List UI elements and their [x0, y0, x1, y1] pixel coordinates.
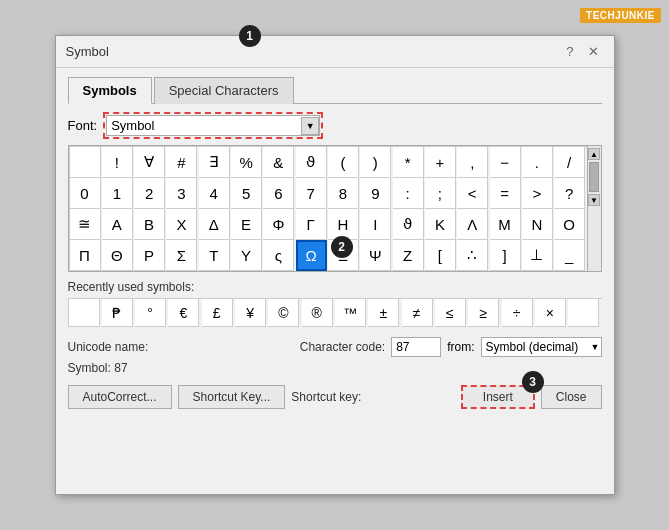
- recent-symbol-cell[interactable]: ÷: [502, 299, 533, 327]
- symbol-cell[interactable]: Μ: [490, 209, 521, 240]
- symbol-cell[interactable]: Κ: [425, 209, 456, 240]
- recent-symbol-cell[interactable]: ×: [535, 299, 566, 327]
- recent-symbol-cell[interactable]: [69, 299, 100, 327]
- symbol-cell[interactable]: Θ: [102, 240, 133, 271]
- symbol-cell[interactable]: Ψ: [360, 240, 391, 271]
- symbol-cell[interactable]: ]: [490, 240, 521, 271]
- symbol-cell[interactable]: Ζ: [393, 240, 424, 271]
- help-button[interactable]: ?: [561, 42, 578, 61]
- shortcut-key-button[interactable]: Shortcut Key...: [178, 385, 286, 409]
- scrollbar-down-button[interactable]: ▼: [588, 194, 600, 206]
- watermark-logo: TECHJUNKIE: [580, 8, 661, 23]
- recent-symbol-cell[interactable]: ±: [368, 299, 399, 327]
- from-label: from:: [447, 340, 474, 354]
- symbol-cell[interactable]: .: [522, 147, 553, 178]
- recent-symbol-cell[interactable]: ≠: [402, 299, 433, 327]
- symbol-cell[interactable]: 7: [296, 178, 327, 209]
- symbol-cell[interactable]: ϑ: [296, 147, 327, 178]
- recent-symbol-cell[interactable]: °: [135, 299, 166, 327]
- symbol-cell[interactable]: Δ: [199, 209, 230, 240]
- recent-symbol-cell[interactable]: ©: [268, 299, 299, 327]
- symbol-cell[interactable]: ∴: [457, 240, 488, 271]
- symbol-cell[interactable]: 1: [102, 178, 133, 209]
- symbol-cell[interactable]: Π: [70, 240, 101, 271]
- recent-symbol-cell[interactable]: £: [202, 299, 233, 327]
- symbol-cell[interactable]: /: [554, 147, 585, 178]
- char-code-input[interactable]: [391, 337, 441, 357]
- close-button[interactable]: ✕: [583, 42, 604, 61]
- close-dialog-button[interactable]: Close: [541, 385, 602, 409]
- symbol-cell[interactable]: =: [490, 178, 521, 209]
- symbol-cell[interactable]: 8: [328, 178, 359, 209]
- symbol-cell[interactable]: _: [554, 240, 585, 271]
- symbol-cell[interactable]: ∃: [199, 147, 230, 178]
- symbol-cell[interactable]: ϑ: [393, 209, 424, 240]
- symbol-cell[interactable]: Υ: [231, 240, 262, 271]
- symbol-cell[interactable]: ≅: [70, 209, 101, 240]
- symbol-cell[interactable]: #: [166, 147, 197, 178]
- symbol-cell[interactable]: 9: [360, 178, 391, 209]
- symbol-cell[interactable]: *: [393, 147, 424, 178]
- buttons-row: AutoCorrect... Shortcut Key... Shortcut …: [68, 385, 602, 409]
- scrollbar-thumb[interactable]: [589, 162, 599, 192]
- recent-symbol-cell[interactable]: ®: [302, 299, 333, 327]
- symbol-cell[interactable]: +: [425, 147, 456, 178]
- symbol-cell[interactable]: :: [393, 178, 424, 209]
- symbol-cell[interactable]: 2: [134, 178, 165, 209]
- symbol-cell[interactable]: (: [328, 147, 359, 178]
- shortcut-key-label: Shortcut key:: [291, 390, 361, 404]
- symbol-cell[interactable]: 3: [166, 178, 197, 209]
- symbol-cell[interactable]: Ε: [231, 209, 262, 240]
- symbol-cell[interactable]: %: [231, 147, 262, 178]
- symbol-cell[interactable]: &: [263, 147, 294, 178]
- recent-symbol-cell[interactable]: ≥: [468, 299, 499, 327]
- symbol-cell[interactable]: Σ: [166, 240, 197, 271]
- symbol-cell[interactable]: ?: [554, 178, 585, 209]
- recent-symbol-cell[interactable]: €: [168, 299, 199, 327]
- symbol-cell[interactable]: Ν: [522, 209, 553, 240]
- symbol-cell[interactable]: 0: [70, 178, 101, 209]
- symbol-cell[interactable]: >: [522, 178, 553, 209]
- tab-symbols[interactable]: Symbols: [68, 77, 152, 104]
- symbol-cell[interactable]: Ο: [554, 209, 585, 240]
- symbol-cell[interactable]: ∀: [134, 147, 165, 178]
- symbol-cell[interactable]: Α: [102, 209, 133, 240]
- badge-2: 2: [331, 236, 353, 258]
- symbol-cell[interactable]: 5: [231, 178, 262, 209]
- symbol-grid-wrapper: !∀#∃%&ϑ()*+,−./0123456789:;<=>?≅ΑΒΧΔΕΦΓΗ…: [68, 145, 602, 272]
- symbol-cell[interactable]: ): [360, 147, 391, 178]
- symbol-cell[interactable]: 4: [199, 178, 230, 209]
- symbol-cell[interactable]: Γ: [296, 209, 327, 240]
- symbol-cell[interactable]: <: [457, 178, 488, 209]
- recent-symbol-cell[interactable]: ¥: [235, 299, 266, 327]
- font-row: Font: Symbol Arial Times New Roman Wingd…: [68, 112, 602, 139]
- from-select[interactable]: Symbol (decimal) Symbol (hex) Unicode (d…: [481, 337, 602, 357]
- symbol-cell[interactable]: Λ: [457, 209, 488, 240]
- symbol-cell[interactable]: Τ: [199, 240, 230, 271]
- symbol-cell[interactable]: ς: [263, 240, 294, 271]
- symbol-cell[interactable]: 6: [263, 178, 294, 209]
- symbol-cell[interactable]: Ω: [296, 240, 327, 271]
- tab-special-characters[interactable]: Special Characters: [154, 77, 294, 104]
- recent-symbol-cell[interactable]: ₱: [102, 299, 133, 327]
- autocorrect-button[interactable]: AutoCorrect...: [68, 385, 172, 409]
- symbol-cell[interactable]: ;: [425, 178, 456, 209]
- symbol-cell[interactable]: −: [490, 147, 521, 178]
- dialog-body: Symbols Special Characters 1 Font: Symbo…: [56, 68, 614, 421]
- font-select[interactable]: Symbol Arial Times New Roman Wingdings: [106, 115, 320, 136]
- symbol-cell[interactable]: Ρ: [134, 240, 165, 271]
- symbol-cell[interactable]: Ι: [360, 209, 391, 240]
- symbol-cell[interactable]: Φ: [263, 209, 294, 240]
- symbol-number-label: Symbol: 87: [68, 361, 168, 375]
- scrollbar-up-button[interactable]: ▲: [588, 148, 600, 160]
- recent-symbol-cell[interactable]: ≤: [435, 299, 466, 327]
- symbol-cell[interactable]: [: [425, 240, 456, 271]
- symbol-cell[interactable]: ,: [457, 147, 488, 178]
- symbol-cell[interactable]: ⊥: [522, 240, 553, 271]
- recent-symbol-cell[interactable]: ™: [335, 299, 366, 327]
- char-code-label: Character code:: [300, 340, 385, 354]
- symbol-cell[interactable]: Β: [134, 209, 165, 240]
- symbol-cell[interactable]: [70, 147, 101, 178]
- symbol-cell[interactable]: Χ: [166, 209, 197, 240]
- symbol-cell[interactable]: !: [102, 147, 133, 178]
